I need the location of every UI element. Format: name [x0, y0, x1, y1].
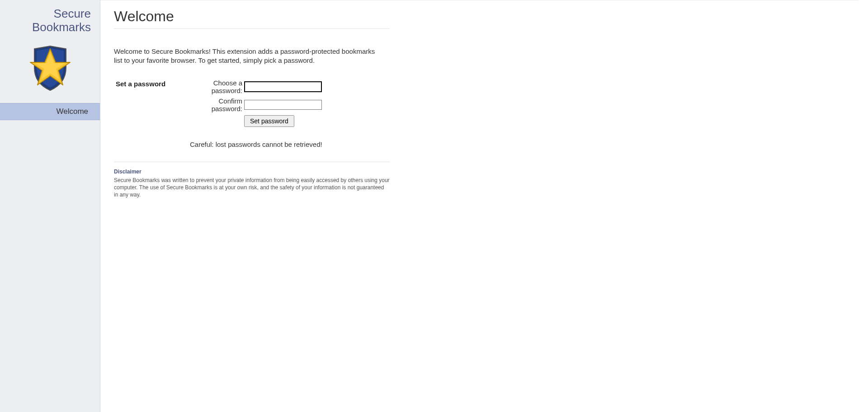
- shield-star-icon: [23, 41, 77, 97]
- app-brand: Secure Bookmarks: [0, 0, 100, 38]
- disclaimer-body: Secure Bookmarks was written to prevent …: [114, 177, 390, 199]
- sidebar: Secure Bookmarks Welcome: [0, 0, 100, 412]
- title-divider: [114, 28, 390, 29]
- choose-password-label: Choose a password:: [190, 79, 244, 94]
- set-password-button[interactable]: Set password: [244, 115, 294, 127]
- choose-password-input[interactable]: [244, 81, 322, 92]
- main-content: Welcome Welcome to Secure Bookmarks! Thi…: [100, 0, 868, 412]
- confirm-password-label: Confirm password:: [190, 97, 244, 112]
- confirm-password-input[interactable]: [244, 100, 322, 110]
- page-title: Welcome: [114, 8, 854, 25]
- set-password-form: Set a password Choose a password: Confir…: [116, 79, 854, 148]
- password-warning: Careful: lost passwords cannot be retrie…: [190, 140, 322, 148]
- sidebar-item-welcome[interactable]: Welcome: [0, 103, 100, 120]
- brand-line-2: Bookmarks: [9, 21, 91, 34]
- logo: [0, 38, 100, 103]
- brand-line-1: Secure: [9, 7, 91, 21]
- form-heading: Set a password: [116, 79, 190, 88]
- disclaimer-heading: Disclaimer: [114, 169, 854, 175]
- disclaimer-divider: [114, 162, 390, 162]
- sidebar-item-label: Welcome: [56, 107, 88, 116]
- intro-text: Welcome to Secure Bookmarks! This extens…: [114, 47, 381, 66]
